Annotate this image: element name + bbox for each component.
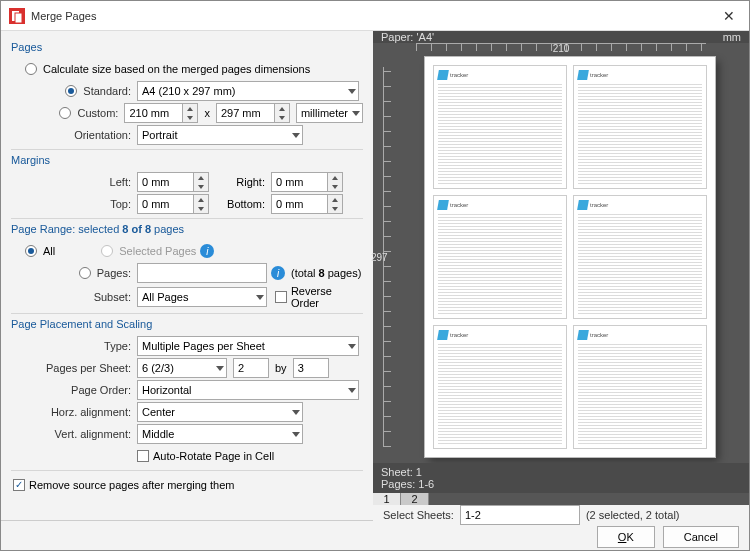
halign-label: Horz. alignment: — [11, 406, 137, 418]
chevron-down-icon — [348, 388, 356, 393]
select-sheets-input[interactable] — [460, 505, 580, 525]
pageorder-value: Horizontal — [142, 384, 192, 396]
type-value: Multiple Pages per Sheet — [142, 340, 265, 352]
autorotate-label: Auto-Rotate Page in Cell — [153, 450, 274, 462]
preview-sheet-line: Sheet: 1 — [381, 466, 741, 478]
preview-page: tracker — [573, 325, 707, 449]
valign-combo[interactable]: Middle — [137, 424, 303, 444]
titlebar: Merge Pages ✕ — [1, 1, 749, 31]
settings-panel: Pages Calculate size based on the merged… — [1, 31, 373, 520]
orientation-label: Orientation: — [11, 129, 137, 141]
info-icon[interactable]: i — [200, 244, 214, 258]
chevron-down-icon — [292, 410, 300, 415]
remove-source-checkbox[interactable] — [13, 479, 25, 491]
range-pages-input[interactable] — [137, 263, 267, 283]
ruler-horizontal: 210 — [373, 43, 749, 51]
pps-rows-input[interactable] — [293, 358, 329, 378]
standard-size-value: A4 (210 x 297 mm) — [142, 85, 236, 97]
ok-button[interactable]: OK — [597, 526, 655, 548]
margin-left-label: Left: — [11, 176, 137, 188]
radio-range-pages[interactable] — [79, 267, 91, 279]
preview-paper: tracker tracker tracker tracker tracker … — [425, 57, 715, 457]
ruler-vertical: 297 — [373, 51, 391, 463]
orientation-combo[interactable]: Portrait — [137, 125, 303, 145]
standard-label: Standard: — [83, 85, 131, 97]
select-sheets-label: Select Sheets: — [383, 509, 454, 521]
range-all-label: All — [43, 245, 55, 257]
range-total-text: (total 8 pages) — [291, 267, 361, 279]
cancel-button[interactable]: Cancel — [663, 526, 739, 548]
valign-label: Vert. alignment: — [11, 428, 137, 440]
svg-rect-2 — [15, 13, 22, 23]
subset-label: Subset: — [11, 291, 137, 303]
sheet-tab-2[interactable]: 2 — [401, 493, 429, 505]
margin-right-spinner[interactable] — [271, 172, 343, 192]
margin-left-spinner[interactable] — [137, 172, 209, 192]
pageorder-combo[interactable]: Horizontal — [137, 380, 359, 400]
preview-page: tracker — [433, 325, 567, 449]
unit-value: millimeter — [301, 107, 348, 119]
radio-standard[interactable] — [65, 85, 77, 97]
sheet-tab-1[interactable]: 1 — [373, 493, 401, 505]
margin-top-spinner[interactable] — [137, 194, 209, 214]
preview-page: tracker — [433, 195, 567, 319]
chevron-down-icon — [256, 295, 264, 300]
pps-label: Pages per Sheet: — [11, 362, 137, 374]
radio-range-selected — [101, 245, 113, 257]
custom-width-spinner[interactable] — [124, 103, 198, 123]
range-pages-label: Pages: — [97, 267, 131, 279]
preview-page: tracker — [573, 195, 707, 319]
radio-custom[interactable] — [59, 107, 71, 119]
custom-height-input[interactable] — [216, 103, 274, 123]
remove-source-label: Remove source pages after merging them — [29, 479, 234, 491]
preview-paper-label: Paper: 'A4' — [381, 31, 434, 43]
chevron-down-icon — [348, 344, 356, 349]
halign-value: Center — [142, 406, 175, 418]
pps-combo[interactable]: 6 (2/3) — [137, 358, 227, 378]
standard-size-combo[interactable]: A4 (210 x 297 mm) — [137, 81, 359, 101]
preview-unit: mm — [723, 31, 741, 43]
range-selected-label: Selected Pages — [119, 245, 196, 257]
calculate-size-label: Calculate size based on the merged pages… — [43, 63, 310, 75]
subset-value: All Pages — [142, 291, 188, 303]
chevron-down-icon — [292, 432, 300, 437]
close-button[interactable]: ✕ — [709, 1, 749, 31]
subset-combo[interactable]: All Pages — [137, 287, 267, 307]
pps-cols-input[interactable] — [233, 358, 269, 378]
custom-height-spinner[interactable] — [216, 103, 290, 123]
type-combo[interactable]: Multiple Pages per Sheet — [137, 336, 359, 356]
range-section-title: Page Range: selected 8 of 8 pages — [11, 223, 363, 235]
preview-page: tracker — [573, 65, 707, 189]
custom-width-input[interactable] — [124, 103, 182, 123]
reverse-order-checkbox[interactable] — [275, 291, 287, 303]
preview-footer: Sheet: 1 Pages: 1-6 — [373, 463, 749, 493]
margins-section-title: Margins — [11, 154, 363, 166]
select-sheets-row: Select Sheets: (2 selected, 2 total) — [373, 505, 749, 525]
select-sheets-summary: (2 selected, 2 total) — [586, 509, 680, 521]
valign-value: Middle — [142, 428, 174, 440]
pageorder-label: Page Order: — [11, 384, 137, 396]
halign-combo[interactable]: Center — [137, 402, 303, 422]
reverse-order-label: Reverse Order — [291, 285, 363, 309]
pps-by: by — [275, 362, 287, 374]
unit-combo[interactable]: millimeter — [296, 103, 363, 123]
window-title: Merge Pages — [31, 10, 709, 22]
ruler-h-value: 210 — [553, 43, 570, 54]
preview-header: Paper: 'A4' mm — [373, 31, 749, 43]
pps-value: 6 (2/3) — [142, 362, 174, 374]
placement-section-title: Page Placement and Scaling — [11, 318, 363, 330]
orientation-value: Portrait — [142, 129, 177, 141]
chevron-down-icon — [216, 366, 224, 371]
info-icon[interactable]: i — [271, 266, 285, 280]
pages-section-title: Pages — [11, 41, 363, 53]
by-label: x — [204, 107, 210, 119]
autorotate-checkbox[interactable] — [137, 450, 149, 462]
margin-bottom-spinner[interactable] — [271, 194, 343, 214]
preview-panel: Paper: 'A4' mm 210 297 tracker tracker t… — [373, 31, 749, 520]
chevron-down-icon — [352, 111, 360, 116]
radio-range-all[interactable] — [25, 245, 37, 257]
app-icon — [9, 8, 25, 24]
margin-top-label: Top: — [11, 198, 137, 210]
radio-calculate-size[interactable] — [25, 63, 37, 75]
ruler-v-value: 297 — [371, 252, 388, 263]
